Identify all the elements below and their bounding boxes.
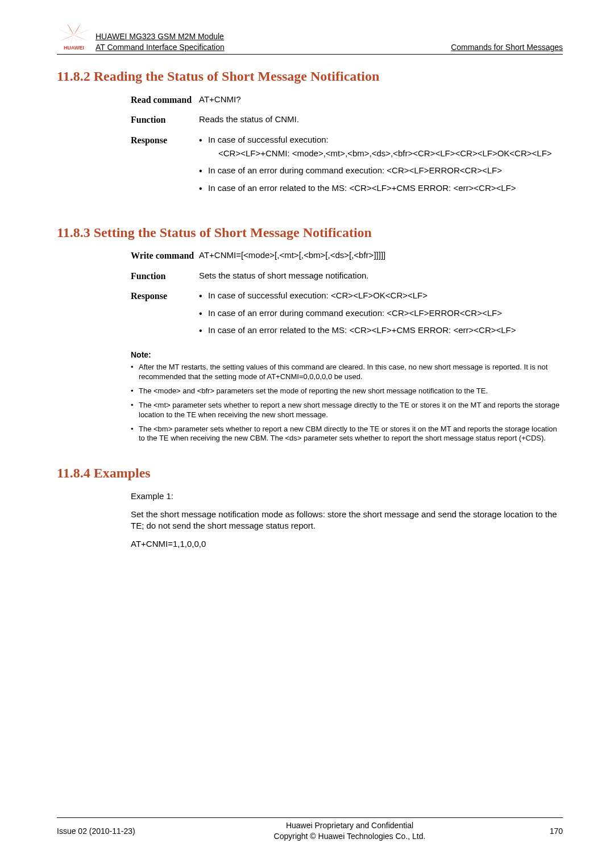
example-description: Set the short message notification mode … [131,509,563,532]
section-heading-1182: 11.8.2 Reading the Status of Short Messa… [57,67,563,85]
huawei-logo: HUAWEI [57,23,91,53]
footer-issue: Issue 02 (2010-11-23) [57,826,182,837]
footer-center: Huawei Proprietary and Confidential Copy… [182,820,517,842]
note-item: The <mt> parameter sets whether to repor… [131,401,563,420]
response-item: In case of successful execution: <CR><LF… [199,290,563,301]
write-command-label: Write command [131,250,199,262]
example-command: AT+CNMI=1,1,0,0,0 [131,538,563,550]
response-label: Response [131,134,199,147]
header-right-text: Commands for Short Messages [451,42,563,53]
note-title: Note: [131,350,563,360]
response-list-1182: In case of successful execution: <CR><LF… [199,134,563,194]
response-label: Response [131,290,199,302]
function-label: Function [131,270,199,283]
write-command-value: AT+CNMI=[<mode>[,<mt>[,<bm>[,<ds>[,<bfr>… [199,250,563,261]
response-item: In case of an error related to the MS: <… [199,325,563,336]
note-item: After the MT restarts, the setting value… [131,363,563,382]
note-block: Note: After the MT restarts, the setting… [131,350,563,443]
response-item: In case of an error during command execu… [199,165,563,176]
function-label: Function [131,114,199,126]
response-item: In case of an error related to the MS: <… [199,182,563,194]
section-1183-body: Write command AT+CNMI=[<mode>[,<mt>[,<bm… [131,250,563,342]
section-heading-1183: 11.8.3 Setting the Status of Short Messa… [57,223,563,242]
header-line2: AT Command Interface Specification [96,42,451,53]
header-line1: HUAWEI MG323 GSM M2M Module [96,32,224,41]
example-label: Example 1: [131,491,563,502]
response-lead: In case of successful execution: [208,135,329,144]
page-header: HUAWEI HUAWEI MG323 GSM M2M Module AT Co… [57,23,563,55]
read-command-value: AT+CNMI? [199,94,563,105]
response-body: <CR><LF>+CNMI: <mode>,<mt>,<bm>,<ds>,<bf… [218,148,563,159]
note-list: After the MT restarts, the setting value… [131,363,563,443]
header-left-text: HUAWEI MG323 GSM M2M Module AT Command I… [96,31,451,53]
page-footer: Issue 02 (2010-11-23) Huawei Proprietary… [57,817,563,842]
response-item: In case of successful execution: <CR><LF… [199,134,563,160]
footer-page-number: 170 [517,826,563,837]
footer-line2: Copyright © Huawei Technologies Co., Ltd… [274,832,426,841]
section-heading-1184: 11.8.4 Examples [57,464,563,482]
response-list-1183: In case of successful execution: <CR><LF… [199,290,563,336]
function-value: Sets the status of short message notific… [199,270,563,281]
footer-line1: Huawei Proprietary and Confidential [286,821,413,830]
logo-brand-text: HUAWEI [64,45,84,50]
function-value: Reads the status of CNMI. [199,114,563,125]
examples-body: Example 1: Set the short message notific… [131,491,563,550]
read-command-label: Read command [131,94,199,106]
response-item: In case of an error during command execu… [199,308,563,319]
note-item: The <bm> parameter sets whether to repor… [131,425,563,444]
section-1182-body: Read command AT+CNMI? Function Reads the… [131,94,563,200]
note-item: The <mode> and <bfr> parameters set the … [131,387,563,396]
